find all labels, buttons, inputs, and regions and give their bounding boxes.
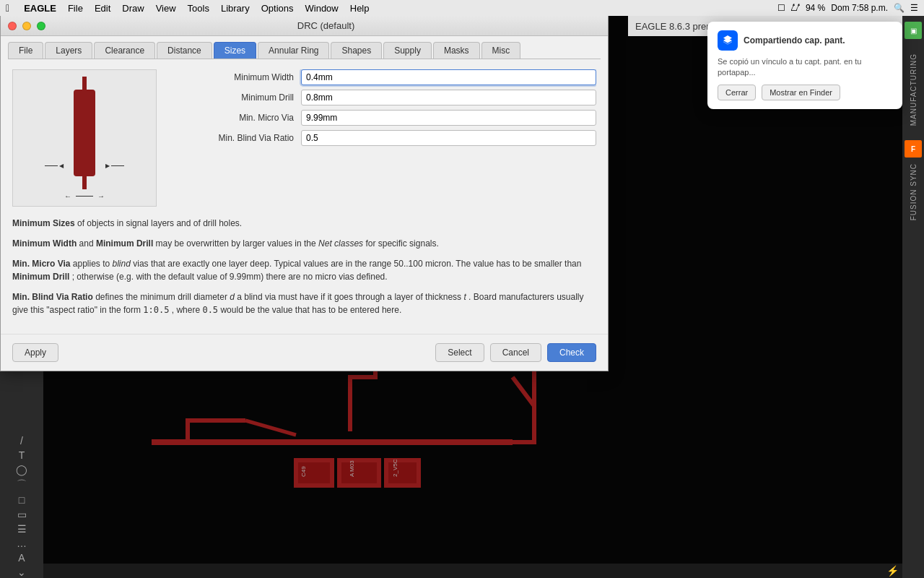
tabs-container: File Layers Clearance Distance Sizes Ann…: [1, 36, 608, 59]
notification-popup: Compartiendo cap. pant. Se copió un vínc…: [707, 22, 902, 109]
pin-top: [82, 77, 87, 90]
form-row-min-blind-ratio: Min. Blind Via Ratio: [186, 130, 596, 146]
min-micro-via-label: Min. Micro Via: [186, 113, 301, 123]
form-row-min-width: Minimum Width: [186, 69, 596, 85]
apply-button[interactable]: Apply: [12, 343, 58, 362]
menu-file[interactable]: File: [68, 3, 83, 14]
desc-d: d: [230, 292, 235, 302]
min-width-label: Minimum Width: [186, 72, 301, 82]
cancel-button[interactable]: Cancel: [490, 343, 541, 362]
desc-min-micro-via: Min. Micro Via: [12, 259, 70, 269]
menu-help[interactable]: Help: [350, 3, 370, 14]
desc-para2-end: for specific signals.: [365, 238, 438, 249]
tab-layers[interactable]: Layers: [45, 42, 92, 59]
trace-visualization: ◀ ▶ ← →: [64, 77, 105, 200]
check-button[interactable]: Check: [547, 343, 596, 362]
menu-options[interactable]: Options: [261, 3, 294, 14]
pin-bottom: [82, 176, 87, 189]
tab-shapes[interactable]: Shapes: [331, 42, 382, 59]
dialog-title: DRC (default): [51, 20, 601, 31]
wifi-icon: ⌰: [791, 3, 800, 13]
desc-para2-rest: may be overwritten by larger values in t…: [156, 238, 318, 249]
menubar:  EAGLE File Edit Draw View Tools Librar…: [0, 0, 924, 16]
desc-para3-rest2: vias that are exactly one layer deep. Ty…: [133, 259, 581, 269]
desc-code2: 0.5: [202, 305, 218, 315]
desc-min-drill2: Minimum Drill: [12, 272, 69, 282]
width-arrow-right: ▶: [105, 163, 124, 169]
close-button[interactable]: [8, 22, 17, 30]
desc-para4-rest4: , where: [172, 305, 203, 315]
desc-para4-rest: defines the minimum drill diameter: [95, 292, 230, 302]
min-micro-via-input[interactable]: [301, 110, 596, 126]
notification-actions: Cerrar Mostrar en Finder: [718, 85, 892, 100]
tab-misc[interactable]: Misc: [481, 42, 521, 59]
menu-tools[interactable]: Tools: [188, 3, 209, 14]
minimize-button[interactable]: [22, 22, 31, 30]
desc-para4-rest5: would be the value that has to be entere…: [220, 305, 401, 315]
tab-clearance[interactable]: Clearance: [94, 42, 155, 59]
dropbox-icon: ☐: [777, 3, 785, 13]
min-drill-input[interactable]: [301, 90, 596, 105]
content-row: ◀ ▶ ← →: [12, 69, 596, 207]
description-area: Minimum Sizes of objects in signal layer…: [12, 207, 596, 316]
desc-and: and: [79, 238, 96, 249]
desc-blind: blind: [113, 259, 131, 269]
cerrar-button[interactable]: Cerrar: [718, 85, 756, 100]
desc-para3-rest: applies to: [73, 259, 113, 269]
tab-file[interactable]: File: [8, 42, 43, 59]
dialog-buttons: Apply Select Cancel Check: [1, 334, 608, 371]
menu-window[interactable]: Window: [305, 3, 339, 14]
desc-para4-rest2: a blind via must have if it goes through…: [237, 292, 463, 302]
select-button[interactable]: Select: [435, 343, 484, 362]
notification-text: Se copió un vínculo a tu capt. pant. en …: [718, 56, 892, 79]
dialog-titlebar: DRC (default): [1, 16, 608, 36]
menu-library[interactable]: Library: [221, 3, 250, 14]
tab-annular-ring[interactable]: Annular Ring: [258, 42, 329, 59]
min-blind-ratio-input[interactable]: [301, 130, 596, 146]
menu-edit[interactable]: Edit: [95, 3, 110, 14]
min-width-input[interactable]: [301, 69, 596, 85]
menubar-right: ☐ ⌰ 94 % Dom 7:58 p.m. 🔍 ☰: [777, 0, 918, 16]
dropbox-notif-icon: [718, 30, 738, 51]
tab-masks[interactable]: Masks: [433, 42, 480, 59]
preview-panel: ◀ ▶ ← →: [12, 69, 157, 207]
notification-header: Compartiendo cap. pant.: [718, 30, 892, 51]
drc-dialog: DRC (default) File Layers Clearance Dist…: [0, 16, 609, 371]
control-center-icon[interactable]: ☰: [910, 3, 918, 13]
search-icon[interactable]: 🔍: [894, 3, 905, 13]
form-area: Minimum Width Minimum Drill Min. Micro V…: [186, 69, 596, 150]
app-name[interactable]: EAGLE: [24, 3, 56, 14]
form-row-min-micro-via: Min. Micro Via: [186, 110, 596, 126]
desc-para-4: Min. Blind Via Ratio defines the minimum…: [12, 290, 596, 316]
apple-menu[interactable]: : [6, 2, 9, 14]
tab-supply[interactable]: Supply: [383, 42, 432, 59]
desc-t: t: [463, 292, 466, 302]
desc-min-width: Minimum Width: [12, 238, 77, 249]
maximize-button[interactable]: [37, 22, 45, 30]
desc-min-blind-ratio: Min. Blind Via Ratio: [12, 292, 93, 302]
menu-view[interactable]: View: [156, 3, 176, 14]
desc-net-classes: Net classes: [318, 238, 363, 249]
mostrar-finder-button[interactable]: Mostrar en Finder: [762, 85, 840, 100]
tab-sizes[interactable]: Sizes: [214, 42, 256, 59]
notification-title: Compartiendo cap. pant.: [744, 35, 845, 46]
desc-para-1: Minimum Sizes of objects in signal layer…: [12, 217, 596, 230]
desc-para-3: Min. Micro Via applies to blind vias tha…: [12, 257, 596, 283]
dimension-arrows: ← →: [64, 192, 105, 200]
clock: Dom 7:58 p.m.: [831, 3, 888, 13]
min-blind-ratio-label: Min. Blind Via Ratio: [186, 133, 301, 143]
menu-draw[interactable]: Draw: [122, 3, 144, 14]
desc-para3-rest3: ; otherwise (e.g. with the default value…: [72, 272, 388, 282]
tab-distance[interactable]: Distance: [157, 42, 212, 59]
desc-code1: 1:0.5: [143, 305, 169, 315]
desc-title-suffix: of objects in signal layers and of drill…: [77, 218, 242, 228]
battery-status: 94 %: [806, 3, 825, 13]
trace-body: ◀ ▶: [74, 90, 95, 176]
form-row-min-drill: Minimum Drill: [186, 90, 596, 105]
desc-min-drill: Minimum Drill: [96, 238, 153, 249]
min-drill-label: Minimum Drill: [186, 92, 301, 103]
desc-title: Minimum Sizes: [12, 218, 75, 228]
width-arrow-left: ◀: [45, 163, 64, 169]
desc-para-2: Minimum Width and Minimum Drill may be o…: [12, 237, 596, 250]
dialog-content: ◀ ▶ ← →: [1, 59, 608, 334]
